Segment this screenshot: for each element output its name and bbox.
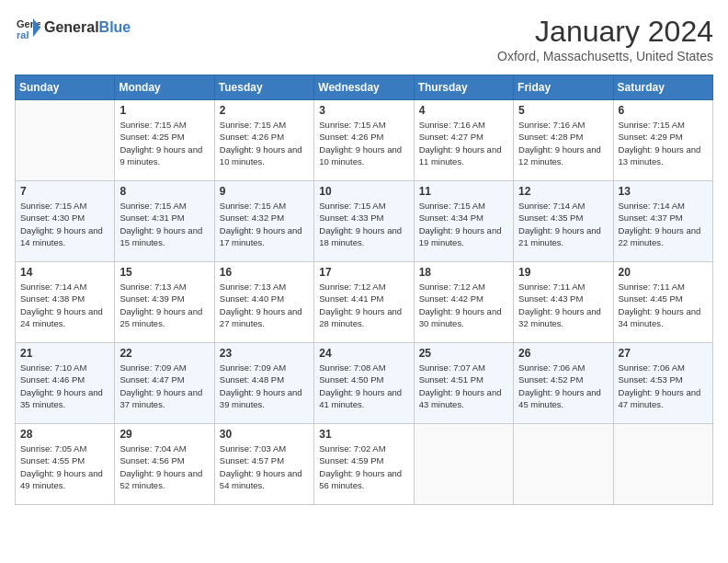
- day-detail: Sunrise: 7:16 AMSunset: 4:27 PMDaylight:…: [419, 119, 508, 167]
- day-number: 2: [220, 104, 309, 117]
- col-header-thursday: Thursday: [414, 75, 513, 100]
- svg-text:ral: ral: [17, 29, 28, 40]
- week-row-1: 1Sunrise: 7:15 AMSunset: 4:25 PMDaylight…: [16, 100, 713, 181]
- calendar-cell: 17Sunrise: 7:12 AMSunset: 4:41 PMDayligh…: [314, 262, 414, 343]
- calendar-cell: 27Sunrise: 7:06 AMSunset: 4:53 PMDayligh…: [613, 343, 712, 424]
- day-detail: Sunrise: 7:05 AMSunset: 4:55 PMDaylight:…: [20, 442, 109, 491]
- page-header: Gene ral GeneralBlue January 2024 Oxford…: [15, 15, 713, 63]
- calendar-cell: 18Sunrise: 7:12 AMSunset: 4:42 PMDayligh…: [414, 262, 513, 343]
- logo-icon: Gene ral: [15, 15, 40, 40]
- month-title: January 2024: [497, 15, 713, 49]
- day-detail: Sunrise: 7:15 AMSunset: 4:26 PMDaylight:…: [220, 119, 309, 167]
- day-number: 23: [220, 347, 309, 360]
- calendar-cell: 13Sunrise: 7:14 AMSunset: 4:37 PMDayligh…: [613, 181, 712, 262]
- day-number: 28: [20, 428, 109, 441]
- day-number: 24: [319, 347, 408, 360]
- day-number: 15: [119, 266, 209, 279]
- col-header-saturday: Saturday: [613, 75, 712, 100]
- day-detail: Sunrise: 7:06 AMSunset: 4:53 PMDaylight:…: [619, 362, 708, 410]
- day-number: 13: [619, 185, 708, 198]
- day-detail: Sunrise: 7:15 AMSunset: 4:33 PMDaylight:…: [319, 200, 408, 248]
- day-detail: Sunrise: 7:07 AMSunset: 4:51 PMDaylight:…: [419, 362, 508, 410]
- day-number: 12: [518, 185, 608, 198]
- day-detail: Sunrise: 7:09 AMSunset: 4:47 PMDaylight:…: [119, 362, 209, 410]
- calendar-cell: 8Sunrise: 7:15 AMSunset: 4:31 PMDaylight…: [115, 181, 214, 262]
- day-number: 27: [619, 347, 708, 360]
- day-detail: Sunrise: 7:16 AMSunset: 4:28 PMDaylight:…: [518, 119, 608, 167]
- calendar-cell: 14Sunrise: 7:14 AMSunset: 4:38 PMDayligh…: [16, 262, 115, 343]
- calendar-cell: 1Sunrise: 7:15 AMSunset: 4:25 PMDaylight…: [115, 100, 214, 181]
- calendar-cell: 19Sunrise: 7:11 AMSunset: 4:43 PMDayligh…: [514, 262, 613, 343]
- day-detail: Sunrise: 7:08 AMSunset: 4:50 PMDaylight:…: [319, 362, 408, 410]
- calendar-cell: 5Sunrise: 7:16 AMSunset: 4:28 PMDaylight…: [514, 100, 613, 181]
- calendar-cell: 12Sunrise: 7:14 AMSunset: 4:35 PMDayligh…: [514, 181, 613, 262]
- calendar-cell: [16, 100, 115, 181]
- calendar-cell: 15Sunrise: 7:13 AMSunset: 4:39 PMDayligh…: [115, 262, 214, 343]
- calendar-cell: 11Sunrise: 7:15 AMSunset: 4:34 PMDayligh…: [414, 181, 513, 262]
- calendar-cell: 25Sunrise: 7:07 AMSunset: 4:51 PMDayligh…: [414, 343, 513, 424]
- day-number: 21: [20, 347, 109, 360]
- day-detail: Sunrise: 7:10 AMSunset: 4:46 PMDaylight:…: [20, 362, 109, 410]
- calendar-cell: 22Sunrise: 7:09 AMSunset: 4:47 PMDayligh…: [115, 343, 214, 424]
- day-detail: Sunrise: 7:06 AMSunset: 4:52 PMDaylight:…: [518, 362, 608, 410]
- day-number: 4: [419, 104, 508, 117]
- calendar-cell: 7Sunrise: 7:15 AMSunset: 4:30 PMDaylight…: [16, 181, 115, 262]
- day-detail: Sunrise: 7:15 AMSunset: 4:30 PMDaylight:…: [20, 200, 109, 248]
- day-detail: Sunrise: 7:12 AMSunset: 4:41 PMDaylight:…: [319, 281, 408, 329]
- day-number: 10: [319, 185, 408, 198]
- calendar-cell: 20Sunrise: 7:11 AMSunset: 4:45 PMDayligh…: [613, 262, 712, 343]
- week-row-4: 21Sunrise: 7:10 AMSunset: 4:46 PMDayligh…: [16, 343, 713, 424]
- col-header-monday: Monday: [115, 75, 214, 100]
- day-number: 16: [220, 266, 309, 279]
- week-row-5: 28Sunrise: 7:05 AMSunset: 4:55 PMDayligh…: [16, 424, 713, 505]
- day-number: 7: [20, 185, 109, 198]
- calendar-cell: 24Sunrise: 7:08 AMSunset: 4:50 PMDayligh…: [314, 343, 414, 424]
- day-detail: Sunrise: 7:15 AMSunset: 4:25 PMDaylight:…: [119, 119, 209, 167]
- day-number: 22: [119, 347, 209, 360]
- calendar-cell: 10Sunrise: 7:15 AMSunset: 4:33 PMDayligh…: [314, 181, 414, 262]
- calendar-cell: 29Sunrise: 7:04 AMSunset: 4:56 PMDayligh…: [115, 424, 214, 505]
- day-detail: Sunrise: 7:15 AMSunset: 4:31 PMDaylight:…: [119, 200, 209, 248]
- day-number: 18: [419, 266, 508, 279]
- day-number: 30: [220, 428, 309, 441]
- calendar-cell: 9Sunrise: 7:15 AMSunset: 4:32 PMDaylight…: [214, 181, 313, 262]
- location-subtitle: Oxford, Massachusetts, United States: [497, 49, 713, 63]
- day-detail: Sunrise: 7:09 AMSunset: 4:48 PMDaylight:…: [220, 362, 309, 410]
- day-number: 3: [319, 104, 408, 117]
- calendar-table: SundayMondayTuesdayWednesdayThursdayFrid…: [15, 75, 713, 505]
- calendar-cell: 26Sunrise: 7:06 AMSunset: 4:52 PMDayligh…: [514, 343, 613, 424]
- calendar-cell: 16Sunrise: 7:13 AMSunset: 4:40 PMDayligh…: [214, 262, 313, 343]
- col-header-friday: Friday: [514, 75, 613, 100]
- day-detail: Sunrise: 7:11 AMSunset: 4:45 PMDaylight:…: [619, 281, 708, 329]
- logo: Gene ral GeneralBlue: [15, 15, 131, 40]
- day-detail: Sunrise: 7:03 AMSunset: 4:57 PMDaylight:…: [220, 442, 309, 491]
- calendar-cell: 31Sunrise: 7:02 AMSunset: 4:59 PMDayligh…: [314, 424, 414, 505]
- day-detail: Sunrise: 7:15 AMSunset: 4:29 PMDaylight:…: [619, 119, 708, 167]
- day-number: 9: [220, 185, 309, 198]
- day-detail: Sunrise: 7:13 AMSunset: 4:40 PMDaylight:…: [220, 281, 309, 329]
- week-row-2: 7Sunrise: 7:15 AMSunset: 4:30 PMDaylight…: [16, 181, 713, 262]
- day-number: 1: [119, 104, 209, 117]
- day-detail: Sunrise: 7:15 AMSunset: 4:34 PMDaylight:…: [419, 200, 508, 248]
- col-header-wednesday: Wednesday: [314, 75, 414, 100]
- day-detail: Sunrise: 7:11 AMSunset: 4:43 PMDaylight:…: [518, 281, 608, 329]
- day-number: 25: [419, 347, 508, 360]
- day-detail: Sunrise: 7:15 AMSunset: 4:32 PMDaylight:…: [220, 200, 309, 248]
- calendar-cell: 3Sunrise: 7:15 AMSunset: 4:26 PMDaylight…: [314, 100, 414, 181]
- day-number: 19: [518, 266, 608, 279]
- calendar-cell: 30Sunrise: 7:03 AMSunset: 4:57 PMDayligh…: [214, 424, 313, 505]
- day-detail: Sunrise: 7:15 AMSunset: 4:26 PMDaylight:…: [319, 119, 408, 167]
- title-block: January 2024 Oxford, Massachusetts, Unit…: [497, 15, 713, 63]
- calendar-cell: 6Sunrise: 7:15 AMSunset: 4:29 PMDaylight…: [613, 100, 712, 181]
- calendar-cell: 21Sunrise: 7:10 AMSunset: 4:46 PMDayligh…: [16, 343, 115, 424]
- day-number: 8: [119, 185, 209, 198]
- day-number: 6: [619, 104, 708, 117]
- day-number: 17: [319, 266, 408, 279]
- day-detail: Sunrise: 7:14 AMSunset: 4:35 PMDaylight:…: [518, 200, 608, 248]
- day-number: 14: [20, 266, 109, 279]
- col-header-tuesday: Tuesday: [214, 75, 313, 100]
- calendar-cell: 2Sunrise: 7:15 AMSunset: 4:26 PMDaylight…: [214, 100, 313, 181]
- calendar-cell: 28Sunrise: 7:05 AMSunset: 4:55 PMDayligh…: [16, 424, 115, 505]
- calendar-cell: 23Sunrise: 7:09 AMSunset: 4:48 PMDayligh…: [214, 343, 313, 424]
- calendar-cell: [613, 424, 712, 505]
